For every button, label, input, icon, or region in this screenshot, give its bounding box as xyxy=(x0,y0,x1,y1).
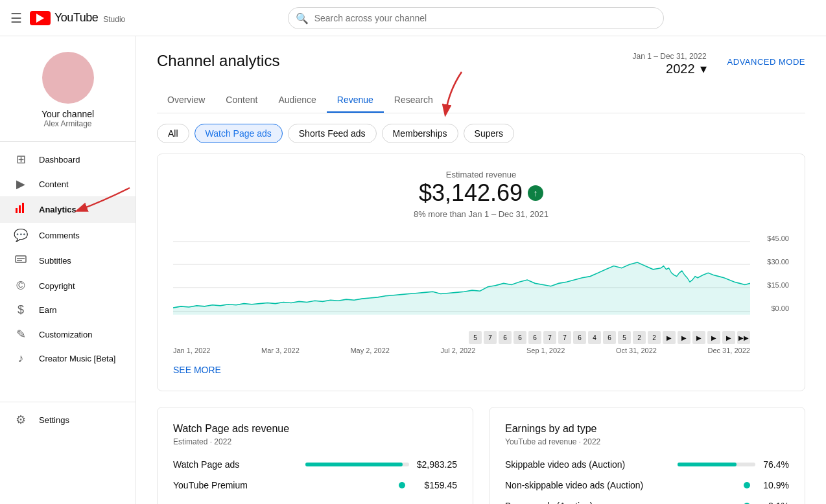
skippable-bar-wrap xyxy=(678,463,755,466)
tab-revenue[interactable]: Revenue xyxy=(327,87,384,113)
revenue-header: Estimated revenue $3,142.69 ↑ 8% more th… xyxy=(173,170,789,219)
main-content: Channel analytics Jan 1 – Dec 31, 2022 2… xyxy=(136,36,826,504)
watch-page-bar-wrap xyxy=(305,463,409,466)
tab-research[interactable]: Research xyxy=(384,87,443,113)
svg-rect-2 xyxy=(22,203,24,213)
watch-page-bar xyxy=(305,463,403,466)
page-7c[interactable]: 7 xyxy=(558,331,571,344)
tab-content[interactable]: Content xyxy=(215,87,268,113)
page-6b[interactable]: 6 xyxy=(513,331,526,344)
channel-sub-name: Alex Armitage xyxy=(43,119,91,128)
svg-rect-1 xyxy=(19,205,21,213)
page-4[interactable]: 4 xyxy=(588,331,601,344)
earnings-card: Earnings by ad type YouTube ad revenue ·… xyxy=(489,407,805,504)
revenue-up-icon: ↑ xyxy=(528,185,543,201)
sidebar-item-subtitles[interactable]: Subtitles xyxy=(0,247,136,274)
sidebar-item-dashboard[interactable]: ⊞ Dashboard xyxy=(0,147,136,172)
revenue-label: Estimated revenue xyxy=(173,170,789,179)
sidebar-divider xyxy=(0,141,136,142)
page-nav-1[interactable]: ▶ xyxy=(663,331,676,344)
x-label-sep: Sep 1, 2022 xyxy=(526,347,565,354)
sidebar-item-earn[interactable]: $ Earn xyxy=(0,298,136,322)
nonskippable-dot-wrap xyxy=(744,482,755,488)
search-input[interactable] xyxy=(288,7,664,29)
sidebar-item-creator-music[interactable]: ♪ Creator Music [Beta] xyxy=(0,347,136,371)
page-2b[interactable]: 2 xyxy=(648,331,661,344)
see-more-link[interactable]: SEE MORE xyxy=(173,365,221,375)
page-2a[interactable]: 2 xyxy=(633,331,646,344)
pill-shorts-feed[interactable]: Shorts Feed ads xyxy=(288,124,377,143)
sidebar-item-customization[interactable]: ✎ Customization xyxy=(0,322,136,347)
page-5b[interactable]: 5 xyxy=(618,331,631,344)
page-nav-5[interactable]: ▶ xyxy=(722,331,735,344)
sidebar-item-content[interactable]: ▶ Content xyxy=(0,172,136,196)
pill-supers[interactable]: Supers xyxy=(464,124,514,143)
y-label-45: $45.00 xyxy=(767,235,789,242)
sidebar-item-copyright[interactable]: © Copyright xyxy=(0,274,136,298)
earn-icon: $ xyxy=(13,303,29,317)
revenue-chart-svg xyxy=(173,235,750,325)
bumper-pct: 8.1% xyxy=(763,501,789,504)
sidebar-label-earn: Earn xyxy=(39,305,56,315)
sidebar-item-settings[interactable]: ⚙ Settings xyxy=(0,407,136,432)
subtitles-icon xyxy=(13,253,29,269)
nonskippable-label: Non-skippable video ads (Auction) xyxy=(505,480,744,490)
y-label-0: $0.00 xyxy=(767,304,789,312)
page-7b[interactable]: 7 xyxy=(543,331,556,344)
analytics-icon xyxy=(13,201,29,218)
dashboard-icon: ⊞ xyxy=(13,152,29,166)
analytics-tabs: Overview Content Audience Revenue Resear… xyxy=(157,87,805,113)
revenue-compare: 8% more than Jan 1 – Dec 31, 2021 xyxy=(173,209,789,219)
x-label-jan: Jan 1, 2022 xyxy=(173,347,211,354)
bumper-label: Bumper ads (Auction) xyxy=(505,501,744,504)
watch-page-value: $2,983.25 xyxy=(417,459,457,470)
pill-memberships[interactable]: Memberships xyxy=(382,124,458,143)
date-range: Jan 1 – Dec 31, 2022 xyxy=(633,52,707,61)
page-nav-3[interactable]: ▶ xyxy=(692,331,705,344)
hamburger-icon[interactable]: ☰ xyxy=(10,10,22,26)
y-label-30: $30.00 xyxy=(767,258,789,266)
page-nav-6[interactable]: ▶▶ xyxy=(737,331,750,344)
x-label-jul: Jul 2, 2022 xyxy=(441,347,476,354)
svg-marker-11 xyxy=(173,262,750,315)
yt-premium-dot-wrap xyxy=(399,482,410,488)
x-axis-labels: Jan 1, 2022 Mar 3, 2022 May 2, 2022 Jul … xyxy=(173,347,789,354)
chevron-down-icon: ▾ xyxy=(700,61,707,76)
youtube-logo-icon xyxy=(30,11,51,25)
pill-all[interactable]: All xyxy=(157,124,189,143)
tab-overview[interactable]: Overview xyxy=(157,87,215,113)
copyright-icon: © xyxy=(13,279,29,293)
page-6d[interactable]: 6 xyxy=(573,331,586,344)
tab-audience[interactable]: Audience xyxy=(268,87,326,113)
revenue-value: $3,142.69 xyxy=(419,179,523,207)
logo-studio: Studio xyxy=(103,15,125,24)
skippable-row: Skippable video ads (Auction) 76.4% xyxy=(505,459,789,470)
page-nav-4[interactable]: ▶ xyxy=(707,331,720,344)
topbar-left: ☰ YouTube Studio xyxy=(10,10,125,26)
pill-watch-page[interactable]: Watch Page ads xyxy=(195,124,283,143)
x-label-dec: Dec 31, 2022 xyxy=(707,347,749,354)
page-nav-2[interactable]: ▶ xyxy=(678,331,690,344)
comments-icon: 💬 xyxy=(13,228,29,242)
channel-info: Your channel Alex Armitage xyxy=(0,41,136,136)
watch-page-card: Watch Page ads revenue Estimated · 2022 … xyxy=(157,407,473,504)
revenue-chart-card: Estimated revenue $3,142.69 ↑ 8% more th… xyxy=(157,154,805,391)
page-7a[interactable]: 7 xyxy=(484,331,497,344)
sidebar-item-analytics[interactable]: Analytics xyxy=(0,196,136,223)
skippable-label: Skippable video ads (Auction) xyxy=(505,459,678,470)
page-5[interactable]: 5 xyxy=(469,331,482,344)
bumper-row: Bumper ads (Auction) 8.1% xyxy=(505,501,789,504)
channel-name: Your channel xyxy=(41,109,94,119)
page-6c[interactable]: 6 xyxy=(528,331,541,344)
advanced-mode-button[interactable]: ADVANCED MODE xyxy=(727,57,805,67)
chart-pagination: 5 7 6 6 6 7 7 6 4 6 5 2 2 ▶ ▶ ▶ ▶ ▶ ▶▶ xyxy=(173,331,750,344)
avatar xyxy=(42,52,94,104)
page-6e[interactable]: 6 xyxy=(603,331,616,344)
sidebar-item-comments[interactable]: 💬 Comments xyxy=(0,223,136,247)
watch-page-ads-label: Watch Page ads xyxy=(173,459,305,470)
page-title: Channel analytics xyxy=(157,52,279,70)
sidebar: Your channel Alex Armitage ⊞ Dashboard ▶… xyxy=(0,36,136,504)
nonskippable-dot xyxy=(744,482,750,488)
date-picker[interactable]: Jan 1 – Dec 31, 2022 2022 ▾ xyxy=(633,52,707,76)
page-6a[interactable]: 6 xyxy=(499,331,512,344)
